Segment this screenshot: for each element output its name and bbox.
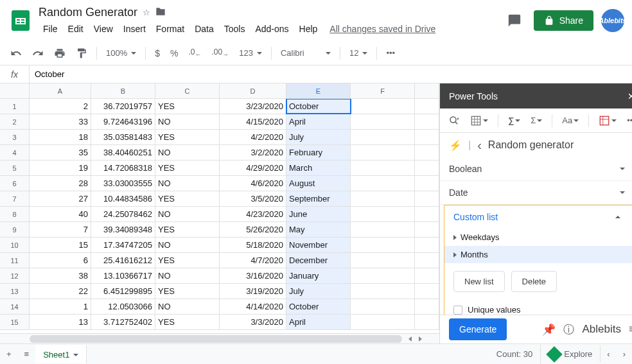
cell[interactable]: YES (155, 99, 220, 114)
menu-icon[interactable]: ≡ (629, 323, 632, 336)
selection-count[interactable]: Count: 30 (496, 349, 532, 359)
sb-tool-1-icon[interactable] (445, 112, 463, 130)
cell[interactable]: July (286, 284, 351, 299)
currency-button[interactable]: $ (151, 46, 164, 61)
cell[interactable]: 3/3/2020 (220, 315, 286, 329)
cell[interactable]: 13 (30, 315, 91, 329)
cell[interactable]: July (286, 130, 351, 144)
star-icon[interactable]: ☆ (143, 8, 150, 17)
explore-button[interactable]: Explore (540, 345, 600, 364)
cell[interactable]: November (286, 238, 351, 252)
fx-icon[interactable]: fx (0, 65, 30, 83)
delete-button[interactable]: Delete (511, 271, 557, 292)
percent-button[interactable]: % (166, 46, 182, 61)
cell[interactable]: 24.25078462 (91, 207, 155, 221)
cell[interactable]: YES (155, 315, 220, 329)
avatar[interactable]: Ablebits (601, 9, 624, 32)
cell[interactable] (351, 145, 415, 160)
cell[interactable]: December (286, 253, 351, 268)
col-header-g[interactable] (415, 83, 439, 98)
col-header-b[interactable]: B (91, 83, 155, 98)
cell[interactable]: NO (155, 268, 220, 283)
cell[interactable]: January (286, 268, 351, 283)
col-header-c[interactable]: C (155, 83, 220, 98)
row-header[interactable]: 12 (0, 268, 30, 283)
cell[interactable] (351, 299, 415, 314)
cell[interactable] (351, 130, 415, 144)
horizontal-scrollbar[interactable] (0, 333, 439, 343)
cell[interactable]: 4/23/2020 (220, 207, 286, 221)
cell[interactable]: April (286, 114, 351, 129)
cell[interactable]: October (286, 299, 351, 314)
cell[interactable]: 22 (30, 284, 91, 299)
cell[interactable] (351, 114, 415, 129)
col-header-f[interactable]: F (351, 83, 415, 98)
cell[interactable]: 7 (30, 222, 91, 237)
spreadsheet-grid[interactable]: A B C D E F 1236.72019757YES3/23/2020Oct… (0, 83, 439, 343)
section-date[interactable]: Date (440, 181, 632, 204)
section-custom-list[interactable]: Custom list (444, 205, 632, 229)
increase-decimal-button[interactable]: .00→ (208, 44, 233, 61)
cell[interactable]: 14.72068318 (91, 160, 155, 175)
all-sheets-icon[interactable]: ≡ (18, 345, 36, 363)
cell[interactable]: NO (155, 238, 220, 252)
menu-addons[interactable]: Add-ons (250, 21, 293, 37)
cell[interactable]: 6 (30, 253, 91, 268)
cell[interactable]: February (286, 145, 351, 160)
row-header[interactable]: 2 (0, 114, 30, 129)
menu-format[interactable]: Format (152, 21, 189, 37)
col-header-d[interactable]: D (220, 83, 286, 98)
nav-left-icon[interactable]: ‹ (601, 345, 616, 363)
cell[interactable] (351, 284, 415, 299)
cell[interactable]: NO (155, 299, 220, 314)
cell[interactable]: 39.34089348 (91, 222, 155, 237)
cell[interactable]: 6.451299895 (91, 284, 155, 299)
row-header[interactable]: 8 (0, 207, 30, 221)
cell[interactable]: NO (155, 176, 220, 191)
cell[interactable]: 4/14/2020 (220, 299, 286, 314)
row-header[interactable]: 13 (0, 284, 30, 299)
cell[interactable] (415, 284, 439, 299)
cell[interactable]: October (286, 99, 351, 114)
cell[interactable]: 4/6/2020 (220, 176, 286, 191)
cell[interactable] (415, 268, 439, 283)
cell[interactable]: 4/2/2020 (220, 130, 286, 144)
cell[interactable]: 1 (30, 299, 91, 314)
row-header[interactable]: 11 (0, 253, 30, 268)
cell[interactable]: 25.41616212 (91, 253, 155, 268)
cell[interactable] (351, 222, 415, 237)
cell[interactable] (351, 176, 415, 191)
sb-tool-2-icon[interactable] (467, 112, 491, 130)
row-header[interactable]: 14 (0, 299, 30, 314)
cell[interactable]: August (286, 176, 351, 191)
cell[interactable]: 19 (30, 160, 91, 175)
cell[interactable]: 3/2/2020 (220, 145, 286, 160)
row-header[interactable]: 1 (0, 99, 30, 114)
cell[interactable] (351, 315, 415, 329)
list-item-weekdays[interactable]: Weekdays (444, 229, 632, 246)
col-header-e[interactable]: E (286, 83, 351, 98)
cell[interactable]: 18 (30, 130, 91, 144)
paint-format-icon[interactable] (72, 44, 91, 62)
sb-tool-5-icon[interactable]: Aa (559, 112, 582, 128)
menu-tools[interactable]: Tools (220, 21, 250, 37)
row-header[interactable]: 4 (0, 145, 30, 160)
cell[interactable]: 38 (30, 268, 91, 283)
cell[interactable] (415, 160, 439, 175)
unique-values-checkbox[interactable]: Unique values (444, 300, 632, 315)
generate-button[interactable]: Generate (449, 318, 507, 340)
cell[interactable]: 10.44834586 (91, 191, 155, 206)
cell[interactable] (415, 114, 439, 129)
cell[interactable] (415, 299, 439, 314)
nav-right-icon[interactable]: › (617, 345, 632, 363)
sb-tool-4-icon[interactable]: Σ (527, 112, 545, 128)
cell[interactable]: 3.712752402 (91, 315, 155, 329)
cell[interactable]: 35.03581483 (91, 130, 155, 144)
print-icon[interactable] (50, 44, 69, 62)
col-header-a[interactable]: A (30, 83, 91, 98)
menu-help[interactable]: Help (295, 21, 322, 37)
cell[interactable]: 15 (30, 238, 91, 252)
cell[interactable]: May (286, 222, 351, 237)
formula-input[interactable] (30, 65, 632, 83)
cell[interactable]: 33.03003555 (91, 176, 155, 191)
